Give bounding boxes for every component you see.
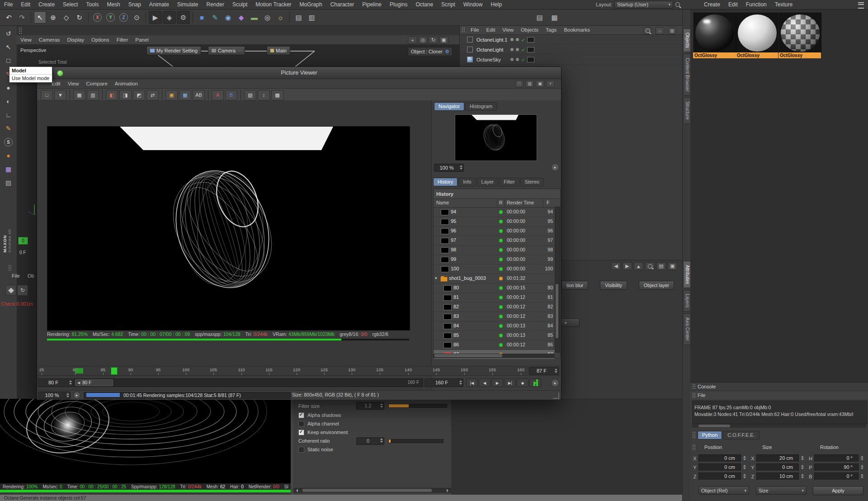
add-cube-icon[interactable]: ■ <box>196 11 208 24</box>
size-input-y[interactable]: 0 cm <box>756 463 799 471</box>
playback-button[interactable]: ◀ <box>479 378 491 387</box>
compare-none-icon[interactable]: ◧ <box>106 90 118 100</box>
checkbox-alpha-channel[interactable] <box>298 421 304 427</box>
column-render-time[interactable]: Render Time <box>507 200 534 205</box>
filter-size-input[interactable]: 1.2 <box>356 402 384 410</box>
maximize-view-icon[interactable]: ▣ <box>439 36 448 44</box>
scroll-thumb[interactable] <box>698 425 730 427</box>
tab-stereo[interactable]: Stereo <box>520 178 544 186</box>
render-settings-icon[interactable]: ⚙ <box>177 11 190 24</box>
menubar-item-select[interactable]: Select <box>59 0 82 9</box>
range-start-input[interactable]: 80 F <box>38 378 73 387</box>
pv-titlebar[interactable]: Picture Viewer <box>37 67 561 79</box>
pv-zoom-apply-button[interactable] <box>551 163 559 171</box>
channel-a-icon[interactable]: A <box>212 90 224 100</box>
scroll-left-icon[interactable] <box>294 489 298 492</box>
size-input-z[interactable]: 10 cm <box>756 473 799 480</box>
checkbox-static-noise[interactable] <box>298 447 304 453</box>
stereo-icon[interactable]: ▧ <box>244 90 256 100</box>
ab-label-icon[interactable]: AB <box>193 90 205 100</box>
history-row[interactable]: 8500:00:1385 <box>434 331 555 340</box>
dock-icon[interactable]: + <box>546 80 555 87</box>
maximize-button[interactable] <box>57 70 63 76</box>
layout-single-icon[interactable]: ▤ <box>533 11 546 24</box>
menubar-item-window[interactable]: Window <box>459 0 487 9</box>
menubar-item-plugins[interactable]: Plugins <box>386 0 411 9</box>
attribute-button-tion-blur[interactable]: tion blur <box>561 281 588 290</box>
playback-button[interactable]: |◀ <box>466 378 478 387</box>
viewport-menu-display[interactable]: Display <box>63 36 88 44</box>
refresh-icon[interactable]: ↻ <box>17 285 28 296</box>
camera-button[interactable]: Camera ⋯ <box>208 46 245 55</box>
range-options-button[interactable] <box>551 379 559 387</box>
position-input-z[interactable]: 0 cm <box>698 473 741 480</box>
scroll-thumb[interactable] <box>302 489 432 492</box>
display-mode-icon[interactable]: ▤ <box>292 11 305 24</box>
right-menubar-item-create[interactable]: Create <box>700 0 724 9</box>
redo-icon[interactable]: ↷ <box>16 11 28 24</box>
object-manager-menu-edit[interactable]: Edit <box>483 26 499 34</box>
range-current-bubble[interactable]: ◀ 80 F <box>75 379 113 386</box>
move-tool-icon[interactable]: ⊕ <box>47 11 59 24</box>
filter-icon[interactable]: ▥ <box>668 27 676 34</box>
frame-stepper[interactable] <box>554 368 558 374</box>
object-name[interactable]: OctaneSky <box>476 57 501 62</box>
history-row[interactable]: 9900:00:0099 <box>434 255 555 265</box>
texture-hatch-icon[interactable]: ▨ <box>3 177 14 189</box>
menubar-item-help[interactable]: Help <box>486 0 506 9</box>
column-r[interactable]: R <box>499 200 503 205</box>
pv-menu-compare[interactable]: Compare <box>83 80 111 88</box>
panel-grip[interactable] <box>692 431 696 439</box>
checkbox-keep-environment[interactable] <box>298 430 304 435</box>
manager-tab-structure[interactable]: Structure <box>683 97 691 124</box>
menubar-item-motion-tracker[interactable]: Motion Tracker <box>251 0 295 9</box>
viewport-menu-options[interactable]: Options <box>88 36 113 44</box>
back-icon[interactable]: ◀ <box>611 262 621 270</box>
timeline-grip[interactable] <box>8 265 12 271</box>
expand-arrow-icon[interactable]: ▾ <box>435 276 437 280</box>
pv-navigator-thumbnail[interactable] <box>455 114 537 161</box>
enabled-check-icon[interactable] <box>521 37 525 43</box>
position-input-y[interactable]: 0 cm <box>698 463 741 471</box>
main-take-button[interactable]: Main <box>267 46 290 55</box>
right-menubar-item-edit[interactable]: Edit <box>724 0 742 9</box>
filter-size-slider[interactable] <box>388 404 447 408</box>
panel-grip[interactable] <box>462 27 465 33</box>
attribute-button-visibility[interactable]: Visibility <box>600 281 627 290</box>
size-mode-dropdown[interactable]: Size <box>756 486 807 495</box>
grid-overlay-icon[interactable]: ▩ <box>271 90 283 100</box>
console-file-menu[interactable]: File <box>698 392 706 398</box>
texture-checker-icon[interactable]: ▦ <box>3 163 14 175</box>
manager-tab-axis-center[interactable]: Axis Center <box>683 313 691 345</box>
history-row[interactable]: 8300:00:1283 <box>434 312 555 321</box>
playback-button[interactable]: ▶ <box>491 378 503 387</box>
x-axis-lock-icon[interactable]: X <box>91 11 104 24</box>
manager-tab-attributes[interactable]: Attributes <box>683 261 691 288</box>
zoom-stepper[interactable] <box>66 392 70 399</box>
model-mode-icon[interactable]: ● <box>3 82 14 94</box>
search-icon[interactable] <box>645 262 655 270</box>
render-view-icon[interactable]: ▶ <box>149 11 162 24</box>
filter-size-stepper[interactable] <box>379 402 384 409</box>
right-menubar-item-texture[interactable]: Texture <box>771 0 797 9</box>
viewport-menu-view[interactable]: View <box>17 36 35 44</box>
tab-info[interactable]: Info <box>458 178 476 186</box>
position-stepper-z[interactable] <box>742 473 747 480</box>
menubar-item-character[interactable]: Character <box>326 0 359 9</box>
ab-image-icon[interactable]: ▣ <box>165 90 178 100</box>
manager-tab-layers[interactable]: Layers <box>683 290 691 312</box>
y-axis-lock-icon[interactable]: Y <box>104 11 117 24</box>
rect-selection-icon[interactable]: □ <box>3 55 14 66</box>
enabled-check-icon[interactable] <box>521 47 525 53</box>
search-icon[interactable] <box>643 27 652 34</box>
add-mograph-icon[interactable]: ◉ <box>222 11 234 24</box>
search-icon[interactable] <box>675 2 680 7</box>
material-name[interactable]: OctGlossy <box>693 52 736 58</box>
scale-tool-icon[interactable]: ◇ <box>60 11 72 24</box>
rotation-stepper-b[interactable] <box>860 473 864 480</box>
menubar-item-mesh[interactable]: Mesh <box>103 0 124 9</box>
material-preview[interactable] <box>736 13 778 53</box>
menubar-item-script[interactable]: Script <box>437 0 459 9</box>
visibility-dot-icon[interactable] <box>510 38 514 41</box>
menubar-item-sculpt[interactable]: Sculpt <box>228 0 251 9</box>
